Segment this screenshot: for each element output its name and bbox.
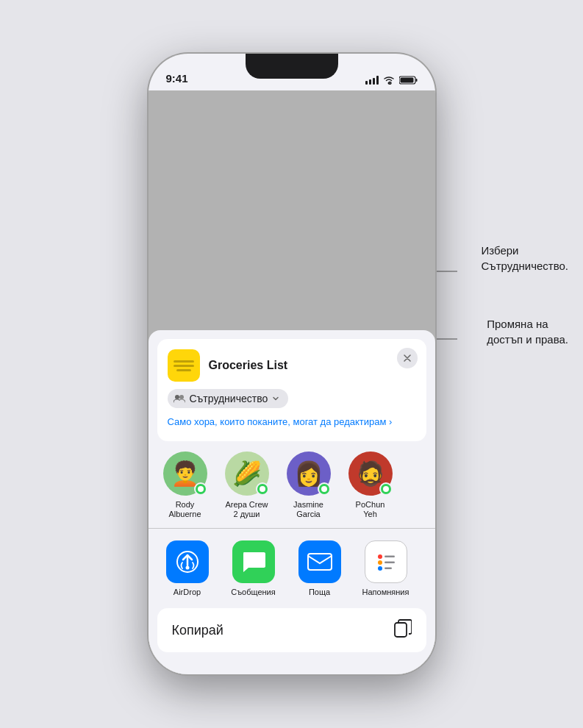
person-name-arepa: Arepa Crew2 души	[225, 500, 268, 519]
collaboration-card: Groceries List	[157, 339, 426, 440]
svg-rect-20	[308, 554, 332, 570]
battery-icon	[399, 76, 418, 85]
note-icon-line3	[176, 369, 191, 371]
share-sheet-overlay: Groceries List	[149, 90, 435, 674]
app-label-airdrop: AirDrop	[174, 588, 201, 596]
person-jasmine[interactable]: 👩 JasmineGarcia	[281, 452, 337, 519]
avatar-wrap-rody: 🧑‍🦱	[163, 452, 207, 496]
message-badge-pochun	[379, 482, 393, 496]
share-sheet-panel: Groceries List	[149, 330, 435, 674]
airdrop-icon	[175, 549, 200, 574]
svg-rect-5	[369, 79, 371, 85]
svg-rect-24	[385, 562, 395, 564]
mail-icon-container	[298, 540, 341, 583]
airdrop-icon-container	[166, 540, 209, 583]
person-name-pochun: PoChunYeh	[356, 500, 385, 519]
app-label-mail: Поща	[309, 588, 330, 596]
svg-rect-4	[365, 81, 368, 85]
avatar-wrap-arepa: 🌽	[225, 452, 269, 496]
notch	[246, 54, 338, 79]
svg-point-23	[378, 560, 382, 565]
close-icon	[404, 354, 411, 362]
svg-point-8	[387, 82, 390, 85]
note-icon-line2	[174, 365, 194, 367]
annotation-access: Промяна на достъп и права.	[487, 316, 568, 347]
close-button[interactable]	[397, 348, 418, 368]
phone-content: Бележки	[149, 90, 435, 674]
mail-icon	[307, 552, 333, 571]
app-item-mail[interactable]: Поща	[293, 540, 347, 596]
copy-icon	[394, 618, 412, 642]
messages-icon	[241, 551, 266, 573]
app-label-messages: Съобщения	[231, 588, 275, 596]
svg-point-25	[378, 566, 382, 571]
message-badge-arepa	[256, 482, 269, 496]
person-name-rody: RodyAlbuerne	[168, 500, 201, 519]
svg-point-16	[175, 395, 179, 399]
app-label-reminders: Напомняния	[362, 588, 409, 596]
app-item-airdrop[interactable]: AirDrop	[160, 540, 215, 596]
note-icon	[168, 349, 200, 382]
status-icons	[365, 76, 418, 86]
collab-desc-link[interactable]: ›	[389, 416, 392, 427]
collab-pill-label: Сътрудничество	[190, 393, 268, 404]
wifi-icon	[383, 76, 395, 85]
collab-description[interactable]: Само хора, които поканите, могат да реда…	[168, 415, 416, 429]
note-icon-line1	[174, 360, 194, 363]
message-badge-rody	[194, 482, 207, 496]
svg-point-17	[179, 395, 184, 399]
collab-pill[interactable]: Сътрудничество	[168, 389, 289, 408]
svg-rect-7	[376, 76, 379, 85]
person-name-jasmine: JasmineGarcia	[293, 500, 323, 519]
phone-frame: 9:41	[149, 54, 435, 674]
avatar-wrap-pochun: 🧔	[348, 452, 393, 496]
copy-label: Копирай	[172, 623, 223, 638]
annotation-collaboration: Избери Сътрудничество.	[481, 243, 568, 274]
svg-rect-27	[395, 623, 407, 637]
signal-icon	[365, 76, 379, 85]
person-arepa[interactable]: 🌽 Arepa Crew2 души	[219, 452, 275, 519]
svg-rect-11	[400, 78, 413, 83]
app-item-reminders[interactable]: Напомняния	[359, 540, 413, 596]
app-row: AirDrop Съобщения	[149, 528, 435, 599]
status-time: 9:41	[166, 72, 188, 86]
chevron-down-icon	[272, 395, 279, 402]
svg-rect-6	[373, 78, 375, 85]
svg-point-21	[378, 554, 382, 559]
messages-icon-container	[232, 540, 275, 583]
collab-card-title: Groceries List	[209, 359, 288, 372]
copy-bar[interactable]: Копирай	[157, 608, 426, 652]
person-rody[interactable]: 🧑‍🦱 RodyAlbuerne	[157, 452, 213, 519]
message-badge-jasmine	[318, 482, 331, 496]
svg-point-19	[185, 566, 189, 570]
copy-icon-svg	[394, 618, 412, 638]
svg-rect-26	[385, 568, 392, 570]
reminders-icon-container	[365, 540, 407, 583]
svg-rect-22	[385, 556, 395, 558]
app-item-messages[interactable]: Съобщения	[226, 540, 281, 596]
person-pochun[interactable]: 🧔 PoChunYeh	[343, 452, 398, 519]
collaboration-icon	[174, 394, 185, 403]
people-row: 🧑‍🦱 RodyAlbuerne 🌽 Arepa Crew2 души	[149, 441, 435, 519]
collab-header: Groceries List	[168, 349, 416, 382]
svg-rect-10	[415, 79, 417, 82]
reminders-icon	[373, 549, 398, 574]
avatar-wrap-jasmine: 👩	[287, 452, 331, 496]
